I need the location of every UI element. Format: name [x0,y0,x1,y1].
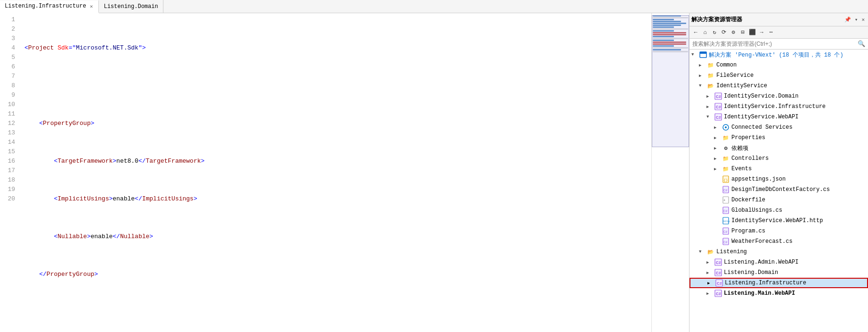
tree-item-listening-admin[interactable]: ▶ C# Listening.Admin.WebAPI [690,257,868,267]
identityservice-folder-icon: 📂 [706,82,715,90]
code-line-2 [24,81,651,91]
tree-item-program[interactable]: ▶ C# Program.cs [690,226,868,236]
tree-item-common[interactable]: ▶ 📁 Common [690,60,868,70]
tab-bar: Listening.Infrastructure ✕ Listening.Dom… [0,0,868,13]
properties-icon: 📁 [722,134,730,141]
svg-text:C#: C# [716,292,721,297]
tab-label: Listening.Infrastructure [5,3,86,9]
deps-icon: ⚙ [722,144,730,152]
events-arrow: ▶ [714,166,722,172]
globalusings-icon: C# [722,207,730,214]
http-label: IdentityService.WebAPI.http [731,217,866,224]
solution-expand-arrow: ▼ [691,52,699,57]
solution-icon [699,51,707,58]
se-btn-arrow-right[interactable]: → [757,28,766,37]
program-icon: C# [722,227,730,235]
http-icon: http [722,217,730,224]
code-editor[interactable]: <Project Sdk="Microsoft.NET.Sdk"> <Prope… [19,13,651,332]
designtime-icon: C# [722,186,730,193]
tab-listening-infrastructure[interactable]: Listening.Infrastructure ✕ [0,0,99,13]
fileservice-arrow: ▶ [699,73,706,78]
code-container[interactable]: 1 2 3 4 5 6 7 8 9 10 11 12 13 14 15 16 1… [0,13,689,332]
listening-main-icon: C# [714,290,722,297]
tree-item-events[interactable]: ▶ 📁 Events [690,164,868,174]
listening-infra-icon: C# [715,279,723,287]
se-btn-more[interactable]: ⋯ [767,28,775,37]
svg-rect-1 [700,52,706,54]
tree-item-http[interactable]: ▶ http IdentityService.WebAPI.http [690,216,868,226]
se-btn-filter[interactable]: ⬛ [748,28,756,37]
tree-item-listening-domain[interactable]: ▶ C# Listening.Domain [690,267,868,278]
appsettings-label: appsettings.json [731,176,866,183]
se-toolbar: ← ⌂ ↻ ⟳ ⚙ ⊟ ⬛ → ⋯ [690,26,868,39]
code-line-6: <Nullable>enable</Nullable> [24,232,651,241]
tree-item-is-domain[interactable]: ▶ C# IdentityService.Domain [690,91,868,101]
tree-item-globalusings[interactable]: ▶ C# GlobalUsings.cs [690,205,868,216]
tree-item-is-webapi[interactable]: ▼ C# IdentityService.WebAPI [690,112,868,122]
dockerfile-icon: + [722,196,730,204]
tree-item-dockerfile[interactable]: ▶ + Dockerfile [690,195,868,205]
tree-item-controllers[interactable]: ▶ 📁 Controllers [690,153,868,164]
solution-root[interactable]: ▼ 解决方案 'Peng-VNext' (18 个项目，共 18 个) [690,50,868,60]
is-infra-label: IdentityService.Infrastructure [724,103,866,110]
svg-text:C#: C# [723,230,727,234]
identityservice-label: IdentityService [716,83,866,89]
is-domain-label: IdentityService.Domain [724,93,866,100]
tree-item-listening-infrastructure[interactable]: ▶ C# Listening.Infrastructure [690,278,868,288]
tree-item-identityservice[interactable]: ▼ 📂 IdentityService [690,81,868,91]
is-webapi-label: IdentityService.WebAPI [724,114,866,120]
tree-item-designtime[interactable]: ▶ C# DesignTimeDbContextFactory.cs [690,184,868,195]
tree-item-dependencies[interactable]: ▶ ⚙ 依赖项 [690,143,868,153]
listening-folder-icon: 📂 [706,248,715,256]
identityservice-arrow: ▼ [699,83,706,88]
tree-item-is-infra[interactable]: ▶ C# IdentityService.Infrastructure [690,101,868,112]
tree-item-connected-services[interactable]: ▶ Connected Services [690,122,868,133]
common-label: Common [716,62,866,68]
se-pin-btn[interactable]: 📌 [843,16,852,23]
svg-text:C#: C# [716,271,721,276]
tree-item-fileservice[interactable]: ▶ 📁 FileService [690,70,868,81]
se-btn-sync[interactable]: ⟳ [720,28,728,37]
se-btn-back[interactable]: ← [691,28,700,37]
se-header: 解决方案资源管理器 📌 ▾ ✕ [690,13,868,26]
tree-item-appsettings[interactable]: ▶ {} appsettings.json [690,174,868,184]
tree-item-weatherforecast[interactable]: ▶ C# WeatherForecast.cs [690,236,868,247]
tree-item-listening-main[interactable]: ▶ C# Listening.Main.WebAPI [690,288,868,299]
listening-label: Listening [716,249,866,255]
se-btn-collapse[interactable]: ⊟ [738,28,747,37]
listening-main-arrow: ▶ [706,291,714,296]
events-label: Events [731,166,866,172]
se-search-icon: 🔍 [858,40,865,48]
listening-domain-label: Listening.Domain [724,269,866,276]
se-search-input[interactable] [692,41,858,47]
se-btn-refresh[interactable]: ↻ [710,28,719,37]
controllers-arrow: ▶ [714,156,722,161]
se-btn-home[interactable]: ⌂ [701,28,709,37]
dockerfile-label: Dockerfile [731,197,866,203]
se-close-btn[interactable]: ✕ [860,16,866,23]
svg-text:C#: C# [716,116,721,120]
properties-arrow: ▶ [714,135,722,141]
tab-listening-domain[interactable]: Listening.Domain [99,0,163,13]
svg-text:C#: C# [723,189,727,192]
common-folder-icon: 📁 [706,61,715,69]
program-label: Program.cs [731,228,866,234]
code-line-5: <ImplicitUsings>enable</ImplicitUsings> [24,194,651,204]
svg-text:{}: {} [723,178,728,182]
se-btn-settings[interactable]: ⚙ [729,28,738,37]
se-dropdown-btn[interactable]: ▾ [853,16,860,23]
controllers-icon: 📁 [722,155,730,162]
svg-point-9 [725,126,727,128]
listening-arrow: ▼ [699,249,706,254]
is-domain-icon: C# [714,92,722,100]
code-line-8 [24,307,651,317]
is-infra-icon: C# [714,103,722,110]
se-panel-title: 解决方案资源管理器 [691,16,742,24]
minimap[interactable] [651,13,689,332]
svg-text:C#: C# [723,241,727,244]
tree-item-listening[interactable]: ▼ 📂 Listening [690,247,868,257]
se-tree: ▼ 解决方案 'Peng-VNext' (18 个项目，共 18 个) ▶ 📁 … [690,50,868,332]
tab-close-btn[interactable]: ✕ [89,3,94,10]
common-arrow: ▶ [699,63,706,68]
tree-item-properties[interactable]: ▶ 📁 Properties [690,133,868,143]
